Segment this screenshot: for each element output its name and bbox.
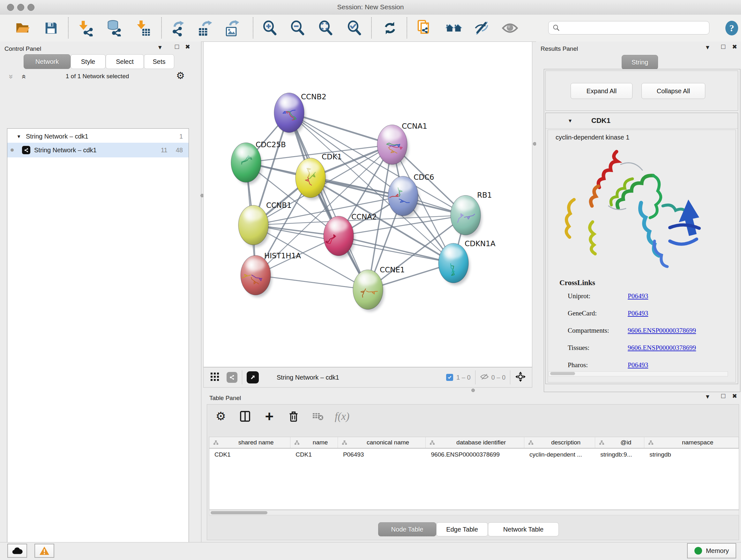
table-cell[interactable]: cyclin-dependent ... — [524, 449, 595, 461]
toolbar-search-field[interactable] — [548, 21, 710, 35]
network-graph[interactable]: CCNB2CCNA1CDC25BCDK1CDC6RB1CCNB1CCNA2CDK… — [204, 42, 532, 367]
cloud-status-button[interactable] — [7, 544, 27, 558]
tab-style[interactable]: Style — [71, 54, 106, 69]
column-header[interactable]: shared name — [209, 437, 290, 448]
export-image-button[interactable] — [223, 18, 243, 38]
control-panel-close-button[interactable]: ✖ — [185, 44, 190, 50]
tab-node-table[interactable]: Node Table — [378, 522, 436, 537]
network-node-ccna2[interactable]: CCNA2 — [324, 212, 377, 258]
table-panel-menu-arrow[interactable]: ▾ — [706, 393, 710, 400]
column-header[interactable]: canonical name — [338, 437, 426, 448]
network-edge[interactable] — [256, 275, 368, 290]
save-session-button[interactable] — [42, 18, 61, 38]
results-panel-menu-arrow[interactable]: ▾ — [706, 44, 710, 51]
tab-string-results[interactable]: String — [622, 55, 658, 70]
table-options-gear-button[interactable]: ⚙ — [212, 408, 230, 425]
table-cell[interactable]: stringdb — [644, 449, 739, 461]
node-table[interactable]: shared namenamecanonical namedatabase id… — [209, 437, 739, 509]
detach-view-button[interactable] — [247, 371, 259, 383]
table-cell[interactable]: CDK1 — [209, 449, 290, 461]
apply-layout-button[interactable] — [381, 18, 400, 38]
table-row[interactable]: CDK1CDK1P064939606.ENSP00000378699cyclin… — [209, 449, 739, 461]
gene-section-header[interactable]: ▾ CDK1 — [546, 113, 738, 129]
function-builder-button[interactable]: f(x) — [333, 408, 351, 425]
delete-column-button[interactable] — [285, 408, 302, 425]
network-node-rb1[interactable]: RB1 — [451, 191, 492, 237]
tab-select[interactable]: Select — [106, 54, 144, 69]
create-column-button[interactable]: + — [260, 408, 278, 425]
crosslink-value-link[interactable]: P06493 — [628, 292, 648, 300]
import-network-database-button[interactable] — [105, 18, 124, 38]
collapse-all-networks-icon[interactable]: » — [7, 74, 16, 78]
network-tree-root-row[interactable]: ▾ String Network – cdk1 1 — [7, 129, 189, 143]
network-node-ccne1[interactable]: CCNE1 — [353, 266, 405, 312]
tab-network[interactable]: Network — [23, 54, 71, 69]
zoom-out-button[interactable] — [288, 18, 307, 38]
network-options-gear-icon[interactable]: ⚙ — [176, 71, 185, 80]
expand-all-networks-icon[interactable]: » — [19, 74, 28, 78]
zoom-in-button[interactable] — [260, 18, 279, 38]
view-grid-mode-button[interactable] — [211, 373, 219, 382]
hide-selected-button[interactable] — [472, 18, 491, 38]
birds-eye-view-button[interactable] — [515, 371, 526, 384]
table-cell[interactable]: stringdb:9... — [595, 449, 644, 461]
network-tree-item-row[interactable]: String Network – cdk1 11 48 — [7, 143, 189, 158]
table-hscrollbar[interactable] — [209, 510, 739, 515]
zoom-fit-button[interactable] — [316, 18, 335, 38]
control-panel-menu-arrow[interactable]: ▾ — [158, 44, 162, 51]
network-node-ccnb2[interactable]: CCNB2 — [274, 92, 327, 135]
table-hscroll-thumb[interactable] — [211, 511, 267, 514]
memory-button[interactable]: Memory — [687, 543, 736, 558]
table-cell[interactable]: P06493 — [338, 449, 426, 461]
nested-network-button[interactable] — [444, 18, 463, 38]
show-columns-button[interactable] — [236, 408, 254, 425]
network-node-cdkn1a[interactable]: CDKN1A — [439, 240, 495, 285]
results-hscroll-thumb[interactable] — [550, 372, 575, 375]
first-neighbors-button[interactable] — [415, 18, 434, 38]
tab-edge-table[interactable]: Edge Table — [436, 522, 488, 537]
zoom-selected-button[interactable] — [345, 18, 364, 38]
column-header[interactable]: database identifier — [426, 437, 524, 448]
import-table-button[interactable] — [133, 18, 152, 38]
export-network-button[interactable] — [169, 18, 188, 38]
network-edge[interactable] — [289, 113, 368, 290]
tree-expand-arrow-icon[interactable]: ▾ — [14, 133, 23, 140]
crosslink-value-link[interactable]: P06493 — [628, 361, 648, 369]
search-input[interactable] — [560, 24, 698, 32]
view-network-mode-button[interactable] — [226, 372, 238, 383]
warnings-button[interactable] — [35, 544, 54, 558]
show-all-button[interactable] — [500, 18, 520, 38]
expand-all-button[interactable]: Expand All — [570, 83, 632, 99]
network-node-ccna1[interactable]: CCNA1 — [377, 122, 427, 167]
collapse-all-button[interactable]: Collapse All — [642, 83, 705, 99]
column-header[interactable]: namespace — [644, 437, 739, 448]
network-canvas[interactable]: CCNB2CCNA1CDC25BCDK1CDC6RB1CCNB1CCNA2CDK… — [203, 42, 532, 367]
table-cell[interactable]: 9606.ENSP00000378699 — [426, 449, 524, 461]
help-button[interactable]: ? — [725, 20, 739, 36]
tab-sets[interactable]: Sets — [144, 54, 174, 69]
network-node-ccnb1[interactable]: CCNB1 — [239, 201, 292, 247]
network-node-cdc25b[interactable]: CDC25B — [231, 140, 286, 185]
crosslink-value-link[interactable]: 9606.ENSP00000378699 — [628, 344, 696, 352]
selected-checkbox-icon[interactable] — [446, 374, 453, 381]
crosslink-value-link[interactable]: P06493 — [628, 309, 648, 317]
table-panel-close-button[interactable]: ✖ — [732, 393, 737, 399]
control-panel-float-button[interactable]: □ — [175, 44, 179, 50]
delete-table-button[interactable] — [309, 408, 327, 425]
export-table-button[interactable] — [196, 18, 215, 38]
column-header[interactable]: name — [290, 437, 338, 448]
table-cell[interactable]: CDK1 — [290, 449, 338, 461]
column-header[interactable]: @id — [595, 437, 644, 448]
gene-collapse-arrow-icon[interactable]: ▾ — [569, 117, 571, 124]
column-header[interactable]: description — [524, 437, 595, 448]
table-panel-float-button[interactable]: □ — [721, 393, 725, 399]
crosslink-value-link[interactable]: 9606.ENSP00000378699 — [628, 327, 696, 334]
results-panel-close-button[interactable]: ✖ — [732, 44, 737, 50]
horizontal-splitter-handle[interactable] — [471, 388, 475, 392]
tab-network-table[interactable]: Network Table — [488, 522, 559, 537]
import-network-file-button[interactable] — [77, 18, 96, 38]
results-hscrollbar[interactable] — [549, 371, 728, 376]
network-node-hist1h1a[interactable]: HIST1H1A — [241, 252, 301, 297]
open-session-button[interactable] — [13, 18, 32, 38]
results-panel-float-button[interactable]: □ — [721, 44, 725, 50]
